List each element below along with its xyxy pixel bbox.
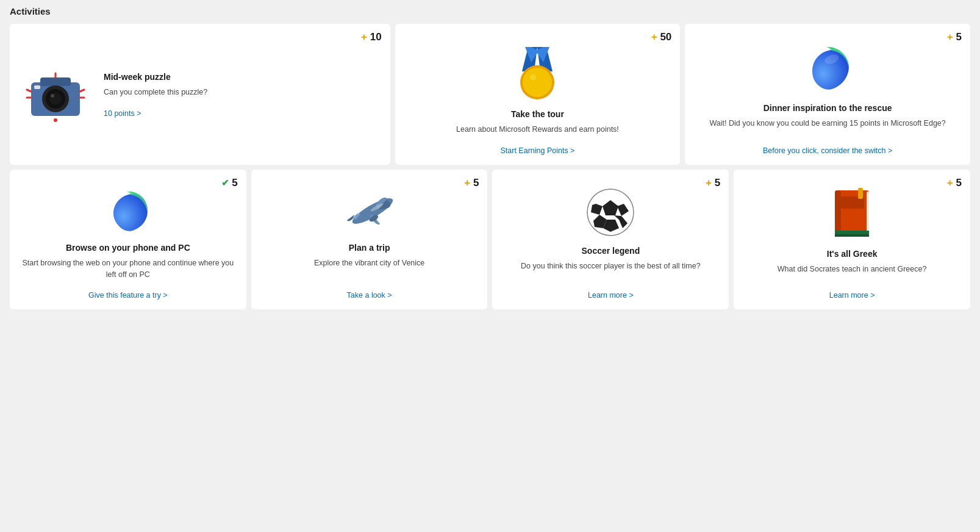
greek-desc: What did Socrates teach in ancient Greec…: [778, 264, 927, 281]
tour-desc: Learn about Microsoft Rewards and earn p…: [456, 124, 619, 135]
puzzle-points-badge: + 10: [361, 31, 382, 43]
dinner-title: Dinner inspiration to the rescue: [764, 103, 892, 113]
svg-line-8: [27, 90, 31, 92]
bottom-row: ✔ 5: [10, 170, 970, 310]
puzzle-title: Mid-week puzzle: [104, 72, 171, 82]
svg-point-17: [523, 68, 552, 97]
page-title: Activities: [10, 6, 970, 16]
svg-point-18: [530, 74, 536, 81]
puzzle-link[interactable]: 10 points >: [104, 109, 141, 118]
svg-rect-37: [858, 188, 863, 199]
soccer-title: Soccer legend: [582, 246, 640, 256]
puzzle-icon: [22, 64, 89, 125]
svg-rect-6: [34, 85, 40, 89]
svg-point-12: [54, 118, 57, 122]
svg-point-5: [51, 94, 54, 98]
greek-title: It's all Greek: [827, 249, 878, 259]
svg-rect-1: [40, 77, 71, 86]
puzzle-desc: Can you complete this puzzle?: [104, 87, 207, 98]
card-soccer: + 5 Soccer legend D: [492, 170, 729, 310]
browse-desc: Start browsing the web on your phone and…: [22, 257, 234, 281]
card-greek: + 5: [734, 170, 970, 310]
dinner-link[interactable]: Before you click, consider the switch >: [763, 146, 892, 155]
card-tour: + 50 Take the tour Learn about Microsoft…: [395, 24, 681, 165]
browse-title: Browse on your phone and PC: [66, 243, 190, 253]
tour-title: Take the tour: [511, 109, 564, 119]
soccer-icon: [585, 187, 637, 239]
trip-icon: [342, 187, 397, 235]
tour-points-badge: + 50: [651, 31, 672, 43]
browse-icon: [104, 187, 152, 235]
card-dinner: + 5: [685, 24, 970, 165]
svg-rect-33: [867, 192, 869, 235]
card-trip: + 5: [251, 170, 488, 310]
card-puzzle: + 10: [10, 24, 390, 165]
trip-title: Plan a trip: [349, 243, 390, 253]
tour-icon: [510, 41, 565, 102]
soccer-points-badge: + 5: [706, 177, 720, 189]
greek-link[interactable]: Learn more >: [829, 291, 875, 300]
greek-points-badge: + 5: [947, 177, 962, 189]
svg-rect-36: [835, 234, 869, 237]
dinner-points-badge: + 5: [947, 31, 962, 43]
trip-points-badge: + 5: [464, 177, 479, 189]
trip-link[interactable]: Take a look >: [347, 291, 392, 300]
dinner-icon: [800, 41, 855, 96]
tour-link[interactable]: Start Earning Points >: [500, 146, 574, 155]
soccer-desc: Do you think this soccer player is the b…: [521, 261, 701, 281]
browse-link[interactable]: Give this feature a try >: [88, 291, 168, 300]
greek-icon: [828, 187, 876, 242]
svg-line-10: [80, 90, 84, 92]
browse-points-badge: ✔ 5: [221, 177, 238, 189]
trip-desc: Explore the vibrant city of Venice: [314, 257, 424, 281]
soccer-link[interactable]: Learn more >: [588, 291, 634, 300]
svg-rect-32: [835, 190, 841, 237]
card-browse: ✔ 5: [10, 170, 246, 310]
dinner-desc: Wait! Did you know you could be earning …: [710, 118, 946, 135]
